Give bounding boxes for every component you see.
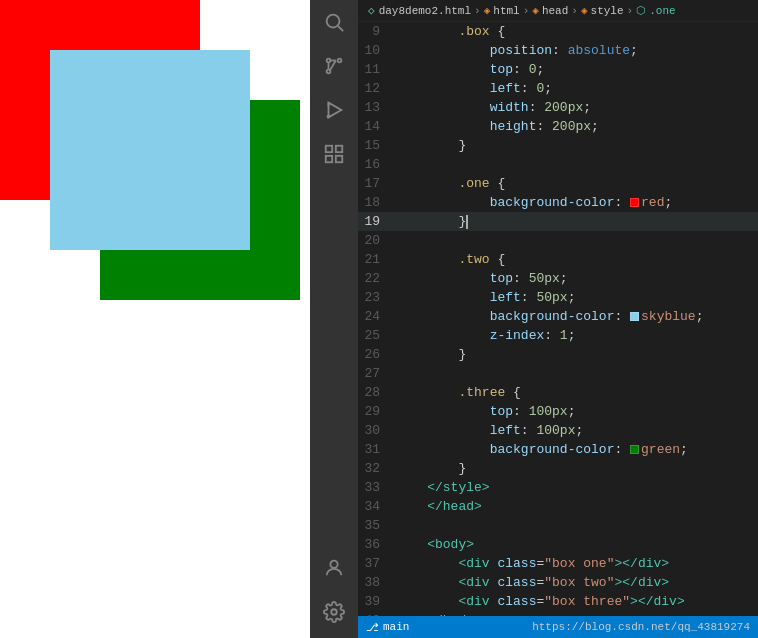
- line-number: 14: [358, 117, 396, 136]
- line-content[interactable]: <div class="box one"></div>: [396, 554, 758, 573]
- token-tag-open: <div: [458, 594, 497, 609]
- line-content[interactable]: }: [396, 345, 758, 364]
- token-string: "box two": [544, 575, 614, 590]
- code-line: 23 left: 50px;: [358, 288, 758, 307]
- token-brace: {: [490, 24, 506, 39]
- token-punct: :: [552, 43, 568, 58]
- code-line: 21 .two {: [358, 250, 758, 269]
- token-string: "box one": [544, 556, 614, 571]
- line-number: 22: [358, 269, 396, 288]
- token-brace: }: [458, 461, 466, 476]
- line-content[interactable]: </style>: [396, 478, 758, 497]
- text-cursor: [466, 215, 468, 229]
- svg-point-15: [330, 561, 337, 568]
- token-punct: :: [521, 81, 537, 96]
- code-line: 11 top: 0;: [358, 60, 758, 79]
- line-number: 31: [358, 440, 396, 459]
- extensions-icon[interactable]: [320, 140, 348, 168]
- code-line: 38 <div class="box two"></div>: [358, 573, 758, 592]
- line-content[interactable]: width: 200px;: [396, 98, 758, 117]
- token-property: background-color: [490, 442, 615, 457]
- token-tag-close: ></div>: [630, 594, 685, 609]
- run-debug-icon[interactable]: [320, 96, 348, 124]
- source-control-icon[interactable]: [320, 52, 348, 80]
- color-swatch: [630, 198, 639, 207]
- line-content[interactable]: </body>: [396, 611, 758, 616]
- code-line: 30 left: 100px;: [358, 421, 758, 440]
- breadcrumb-style-icon: ◈: [581, 4, 588, 17]
- breadcrumb-sep1: ›: [474, 5, 481, 17]
- line-content[interactable]: </head>: [396, 497, 758, 516]
- line-content[interactable]: background-color: green;: [396, 440, 758, 459]
- breadcrumb-sep2: ›: [523, 5, 530, 17]
- line-number: 36: [358, 535, 396, 554]
- line-content[interactable]: top: 50px;: [396, 269, 758, 288]
- token-tag: </head>: [427, 499, 482, 514]
- code-area: 9 .box {10 position: absolute;11 top: 0;…: [358, 22, 758, 616]
- line-content[interactable]: left: 0;: [396, 79, 758, 98]
- line-content[interactable]: .one {: [396, 174, 758, 193]
- token-punct: :: [544, 328, 560, 343]
- line-content[interactable]: <div class="box three"></div>: [396, 592, 758, 611]
- svg-line-7: [330, 61, 336, 70]
- code-line: 33 </style>: [358, 478, 758, 497]
- line-content[interactable]: background-color: skyblue;: [396, 307, 758, 326]
- token-tag: </body>: [427, 613, 482, 616]
- code-line: 22 top: 50px;: [358, 269, 758, 288]
- token-brace: }: [458, 347, 466, 362]
- line-content[interactable]: .two {: [396, 250, 758, 269]
- line-content[interactable]: }: [396, 212, 758, 231]
- token-punct: ;: [560, 271, 568, 286]
- line-content[interactable]: height: 200px;: [396, 117, 758, 136]
- line-number: 34: [358, 497, 396, 516]
- token-punct: ;: [680, 442, 688, 457]
- line-content[interactable]: z-index: 1;: [396, 326, 758, 345]
- token-tag-open: <div: [458, 556, 497, 571]
- account-icon[interactable]: [320, 554, 348, 582]
- code-line: 35: [358, 516, 758, 535]
- line-number: 15: [358, 136, 396, 155]
- line-content[interactable]: background-color: red;: [396, 193, 758, 212]
- svg-rect-11: [326, 146, 332, 152]
- breadcrumb-html[interactable]: html: [493, 5, 519, 17]
- code-line: 25 z-index: 1;: [358, 326, 758, 345]
- line-number: 27: [358, 364, 396, 383]
- token-value-num: 50px: [529, 271, 560, 286]
- line-content[interactable]: left: 100px;: [396, 421, 758, 440]
- breadcrumb-filename[interactable]: day8demo2.html: [379, 5, 471, 17]
- code-line: 16: [358, 155, 758, 174]
- line-content[interactable]: .three {: [396, 383, 758, 402]
- breadcrumb-selector[interactable]: .one: [649, 5, 675, 17]
- line-content[interactable]: }: [396, 136, 758, 155]
- line-content[interactable]: .box {: [396, 22, 758, 41]
- line-content[interactable]: position: absolute;: [396, 41, 758, 60]
- line-content[interactable]: top: 0;: [396, 60, 758, 79]
- line-content[interactable]: top: 100px;: [396, 402, 758, 421]
- token-property: left: [490, 81, 521, 96]
- code-line: 27: [358, 364, 758, 383]
- status-info: main: [383, 621, 409, 633]
- token-brace: {: [490, 176, 506, 191]
- line-number: 18: [358, 193, 396, 212]
- token-value-num: 1: [560, 328, 568, 343]
- token-attr: class: [497, 575, 536, 590]
- token-punct: :: [521, 423, 537, 438]
- line-content[interactable]: left: 50px;: [396, 288, 758, 307]
- token-attr: class: [497, 594, 536, 609]
- breadcrumb-style[interactable]: style: [591, 5, 624, 17]
- code-line: 20: [358, 231, 758, 250]
- breadcrumb-file-icon: ◇: [368, 4, 375, 17]
- code-line: 14 height: 200px;: [358, 117, 758, 136]
- preview-panel: [0, 0, 310, 638]
- breadcrumb-head[interactable]: head: [542, 5, 568, 17]
- search-icon[interactable]: [320, 8, 348, 36]
- token-brace: {: [505, 385, 521, 400]
- line-content[interactable]: <div class="box two"></div>: [396, 573, 758, 592]
- token-value-num: 200px: [552, 119, 591, 134]
- settings-icon[interactable]: [320, 598, 348, 626]
- line-content[interactable]: }: [396, 459, 758, 478]
- token-punct: ;: [568, 328, 576, 343]
- code-line: 10 position: absolute;: [358, 41, 758, 60]
- line-content[interactable]: <body>: [396, 535, 758, 554]
- svg-rect-13: [326, 156, 332, 162]
